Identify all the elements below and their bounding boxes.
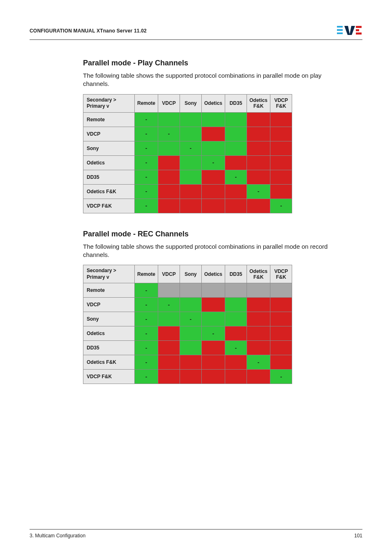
table-row: Sony-- [83, 141, 292, 155]
compat-cell [247, 199, 270, 213]
compat-cell: - [135, 355, 158, 370]
compat-cell: - [158, 298, 180, 312]
compat-cell [270, 141, 292, 155]
table-row: DD35-- [83, 341, 292, 355]
section-intro-play: The following table shows the supported … [83, 72, 346, 88]
col-header: DD35 [225, 94, 247, 112]
compat-cell: - [180, 312, 202, 326]
compat-cell: - [135, 298, 158, 312]
col-header: DD35 [225, 265, 247, 283]
compat-cell [225, 155, 247, 170]
compat-cell: - [270, 370, 292, 384]
compat-cell: - [247, 184, 270, 199]
col-header: VDCP F&K [270, 94, 292, 112]
svg-rect-2 [337, 32, 343, 34]
row-header: VDCP [83, 127, 135, 141]
compat-cell [180, 127, 202, 141]
compat-cell [247, 312, 270, 326]
compat-cell: - [225, 341, 247, 355]
compat-cell: - [180, 141, 202, 155]
row-header: Sony [83, 312, 135, 326]
compat-cell: - [135, 341, 158, 355]
compat-cell [225, 127, 247, 141]
table-row: Odetics F&K-- [83, 184, 292, 199]
compat-cell [158, 312, 180, 326]
table-row: Remote- [83, 283, 292, 298]
compat-cell [247, 170, 270, 184]
col-header: Odetics [202, 265, 225, 283]
compat-cell [180, 155, 202, 170]
compat-cell [247, 370, 270, 384]
compat-cell: - [135, 184, 158, 199]
col-header: Remote [135, 265, 158, 283]
compat-cell [202, 112, 225, 127]
col-header: Odetics F&K [247, 265, 270, 283]
col-header: Sony [180, 265, 202, 283]
compat-cell [270, 326, 292, 341]
footer-section: 3. Multicam Configuration [30, 533, 85, 539]
compat-cell: - [135, 312, 158, 326]
compat-cell [247, 141, 270, 155]
compat-cell: - [135, 199, 158, 213]
row-header: Odetics F&K [83, 355, 135, 370]
section-title-play: Parallel mode - Play Channels [83, 59, 362, 67]
compat-cell [158, 326, 180, 341]
table-play: Secondary > Primary v Remote VDCP Sony O… [83, 94, 292, 213]
table-row: Sony-- [83, 312, 292, 326]
section-title-rec: Parallel mode - REC Channels [83, 230, 362, 238]
compat-cell [270, 184, 292, 199]
row-header: VDCP F&K [83, 370, 135, 384]
row-header: Odetics [83, 326, 135, 341]
compat-cell [225, 283, 247, 298]
compat-cell [270, 283, 292, 298]
compat-cell [270, 341, 292, 355]
compat-cell [158, 184, 180, 199]
compat-cell [202, 298, 225, 312]
compat-cell [270, 355, 292, 370]
compat-cell [180, 170, 202, 184]
row-header: DD35 [83, 170, 135, 184]
compat-cell [225, 355, 247, 370]
compat-cell [270, 112, 292, 127]
row-header: Remote [83, 283, 135, 298]
evs-logo [337, 25, 362, 37]
compat-cell [180, 341, 202, 355]
compat-cell [225, 184, 247, 199]
compat-cell: - [135, 170, 158, 184]
compat-cell [225, 370, 247, 384]
compat-cell [158, 341, 180, 355]
table-row: VDCP-- [83, 298, 292, 312]
compat-cell [158, 283, 180, 298]
col-header: Odetics F&K [247, 94, 270, 112]
compat-cell [158, 199, 180, 213]
page-header: CONFIGURATION MANUAL XTnano Server 11.02 [30, 25, 362, 40]
table-row: Remote- [83, 112, 292, 127]
row-header: Remote [83, 112, 135, 127]
svg-rect-6 [356, 32, 362, 35]
compat-cell [247, 127, 270, 141]
compat-cell [225, 326, 247, 341]
compat-cell [180, 283, 202, 298]
col-header: VDCP [158, 265, 180, 283]
compat-cell [180, 199, 202, 213]
table-row: Odetics-- [83, 155, 292, 170]
compat-cell: - [202, 326, 225, 341]
compat-cell: - [135, 127, 158, 141]
compat-cell: - [247, 355, 270, 370]
col-header: VDCP [158, 94, 180, 112]
compat-cell [225, 298, 247, 312]
compat-cell [225, 199, 247, 213]
compat-cell [202, 184, 225, 199]
compat-cell [180, 355, 202, 370]
compat-cell: - [135, 370, 158, 384]
compat-cell [247, 326, 270, 341]
axis-header: Secondary > Primary v [83, 265, 135, 283]
compat-cell [270, 312, 292, 326]
compat-cell [158, 370, 180, 384]
compat-cell: - [225, 170, 247, 184]
compat-cell [202, 199, 225, 213]
table-rec: Secondary > Primary v Remote VDCP Sony O… [83, 265, 292, 384]
svg-rect-4 [356, 26, 362, 28]
table-row: VDCP F&K-- [83, 370, 292, 384]
col-header: Sony [180, 94, 202, 112]
